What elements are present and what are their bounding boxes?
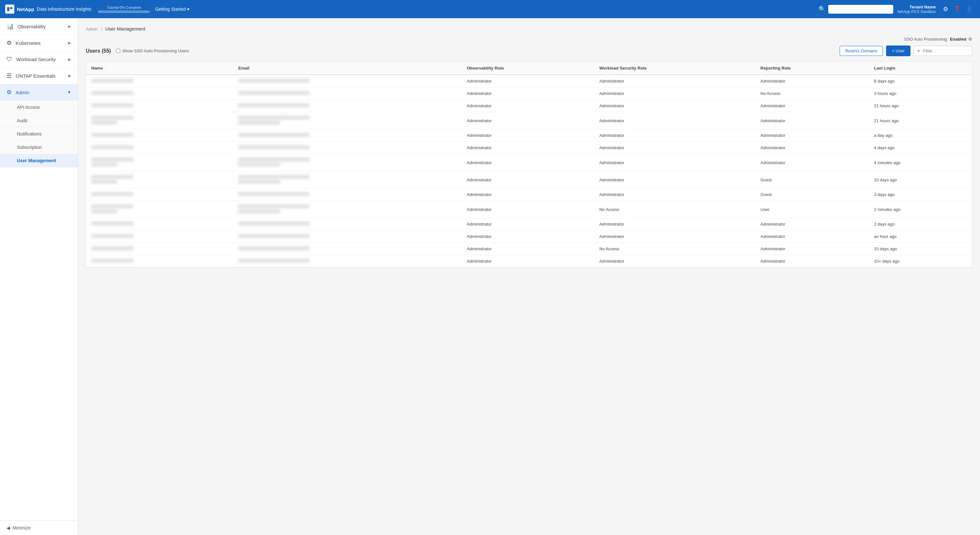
cell-obs-role: Administrator <box>461 142 594 154</box>
search-icon[interactable]: 🔍 <box>819 6 826 13</box>
cell-obs-role: Administrator <box>461 112 594 129</box>
sidebar-subitem-user-management[interactable]: User Management <box>0 154 78 167</box>
minimize-label: Minimize <box>13 525 30 530</box>
header-search: 🔍 <box>819 5 893 14</box>
cell-email: blurred@example.com <box>233 88 461 100</box>
progress-bar-container <box>98 10 150 13</box>
sidebar-label-observability: Observability <box>18 24 64 29</box>
col-name[interactable]: Name ↓ <box>86 62 233 75</box>
cell-rep-role: Guest <box>755 188 869 201</box>
cell-last-login: an hour ago <box>869 231 972 243</box>
users-actions: Restrict Domains + User ▼ <box>840 46 972 56</box>
sso-checkbox-label[interactable]: Show SSO Auto Provisioning Users <box>116 48 189 53</box>
cell-last-login: 10 days ago <box>869 171 972 188</box>
table-row[interactable]: Blurred Nameblurred@example.comAdministr… <box>86 142 972 154</box>
cell-ws-role: Administrator <box>594 129 755 142</box>
table-row[interactable]: Blurred Nameblurred@example.comAdministr… <box>86 100 972 112</box>
tenant-subtitle: NetApp PCS Sandbox <box>897 10 936 14</box>
users-title-text: Users <box>86 48 100 54</box>
sidebar-item-kubernetes[interactable]: ⚙ Kubernetes ▶ <box>0 35 78 51</box>
cell-last-login: 4 minutes ago <box>869 154 972 171</box>
table-row[interactable]: Blurred Nameblurred@example.comAdministr… <box>86 243 972 255</box>
search-input[interactable] <box>828 5 893 14</box>
table-row[interactable]: Blurred Nameblurred@example.comAdministr… <box>86 129 972 142</box>
col-email: Email <box>233 62 461 75</box>
users-header: Users (55) Show SSO Auto Provisioning Us… <box>86 46 972 56</box>
user-account-button[interactable]: 👤 <box>964 3 975 14</box>
settings-button[interactable]: ⚙ <box>941 3 950 14</box>
sidebar-subitem-api-access[interactable]: API Access <box>0 101 78 114</box>
svg-rect-0 <box>7 7 10 11</box>
cell-ws-role: Administrator <box>594 100 755 112</box>
cell-last-login: 3 hours ago <box>869 88 972 100</box>
table-row[interactable]: Blurred Nameblurred@example.comAdministr… <box>86 88 972 100</box>
sidebar-item-admin[interactable]: ⚙ Admin ▼ <box>0 84 78 101</box>
sidebar-label-ontap-essentials: ONTAP Essentials <box>16 73 64 79</box>
cell-rep-role: Administrator <box>755 255 869 268</box>
cell-rep-role: User <box>755 201 869 218</box>
sso-settings-icon[interactable]: ⚙ <box>968 37 972 41</box>
table-row[interactable]: Blurred Nameblurred@example.comAdministr… <box>86 218 972 231</box>
cell-ws-role: Administrator <box>594 231 755 243</box>
restrict-domains-button[interactable]: Restrict Domains <box>840 46 883 56</box>
sidebar-minimize-button[interactable]: ◀ Minimize <box>0 521 78 535</box>
chevron-down-icon: ▾ <box>187 6 189 12</box>
sidebar-subitem-notifications[interactable]: Notifications <box>0 127 78 141</box>
cell-email: blurred@example.com <box>233 142 461 154</box>
cell-rep-role: Administrator <box>755 112 869 129</box>
table-row[interactable]: Blurred Namexxblurred@example.comxxAdmin… <box>86 112 972 129</box>
table-row[interactable]: Blurred Nameblurred@example.comAdministr… <box>86 188 972 201</box>
add-user-button[interactable]: + User <box>886 46 910 56</box>
getting-started-label: Getting Started <box>155 6 186 12</box>
sidebar-label-workload-security: Workload Security <box>16 57 64 62</box>
sidebar-subitem-subscription[interactable]: Subscription <box>0 141 78 154</box>
tenant-name: Tenant Name <box>910 5 936 10</box>
cell-obs-role: Administrator <box>461 171 594 188</box>
users-table: Name ↓ Email Observability Role Workload… <box>86 62 972 268</box>
table-row[interactable]: Blurred Nameblurred@example.comAdministr… <box>86 255 972 268</box>
cell-obs-role: Administrator <box>461 188 594 201</box>
table-row[interactable]: Blurred Namexxblurred@example.comxxAdmin… <box>86 154 972 171</box>
cell-ws-role: Administrator <box>594 171 755 188</box>
cell-ws-role: Administrator <box>594 112 755 129</box>
cell-obs-role: Administrator <box>461 231 594 243</box>
breadcrumb: Admin / User Management <box>86 26 972 32</box>
sidebar-item-ontap-essentials[interactable]: ☰ ONTAP Essentials ▶ <box>0 68 78 84</box>
getting-started-button[interactable]: Getting Started ▾ <box>155 6 189 12</box>
table-row[interactable]: Blurred Namexxblurred@example.comxxAdmin… <box>86 171 972 188</box>
cell-rep-role: Administrator <box>755 129 869 142</box>
cell-email: blurred@example.com <box>233 75 461 88</box>
table-row[interactable]: Blurred Nameblurred@example.comAdministr… <box>86 75 972 88</box>
breadcrumb-parent[interactable]: Admin <box>86 27 98 32</box>
table-row[interactable]: Blurred Namexxblurred@example.comxxAdmin… <box>86 201 972 218</box>
sidebar-item-workload-security[interactable]: 🛡 Workload Security ▶ <box>0 51 78 68</box>
cell-name: Blurred Name <box>86 218 233 231</box>
kubernetes-icon: ⚙ <box>6 39 12 46</box>
users-title: Users (55) <box>86 48 111 54</box>
sidebar-subitem-audit[interactable]: Audit <box>0 114 78 127</box>
table-row[interactable]: Blurred Nameblurred@example.comAdministr… <box>86 231 972 243</box>
cell-email: blurred@example.com <box>233 188 461 201</box>
cell-name: Blurred Namexx <box>86 201 233 218</box>
chevron-right-icon-k8s: ▶ <box>68 41 71 45</box>
sidebar-item-observability[interactable]: 📊 Observability ▶ <box>0 18 78 35</box>
help-button[interactable]: ❓ <box>951 3 963 14</box>
cell-obs-role: Administrator <box>461 243 594 255</box>
cell-last-login: 2 minutes ago <box>869 201 972 218</box>
cell-name: Blurred Name <box>86 188 233 201</box>
cell-rep-role: Administrator <box>755 75 869 88</box>
cell-email: blurred@example.com <box>233 129 461 142</box>
cell-name: Blurred Name <box>86 243 233 255</box>
col-rep-role: Reporting Role <box>755 62 869 75</box>
cell-email: blurred@example.com <box>233 231 461 243</box>
cell-name: Blurred Namexx <box>86 112 233 129</box>
cell-ws-role: Administrator <box>594 218 755 231</box>
filter-input[interactable] <box>914 46 972 56</box>
cell-email: blurred@example.comxx <box>233 201 461 218</box>
cell-name: Blurred Name <box>86 75 233 88</box>
cell-obs-role: Administrator <box>461 88 594 100</box>
sidebar-label-kubernetes: Kubernetes <box>16 40 64 46</box>
cell-rep-role: Administrator <box>755 218 869 231</box>
sso-checkbox[interactable] <box>116 49 120 53</box>
cell-name: Blurred Name <box>86 129 233 142</box>
